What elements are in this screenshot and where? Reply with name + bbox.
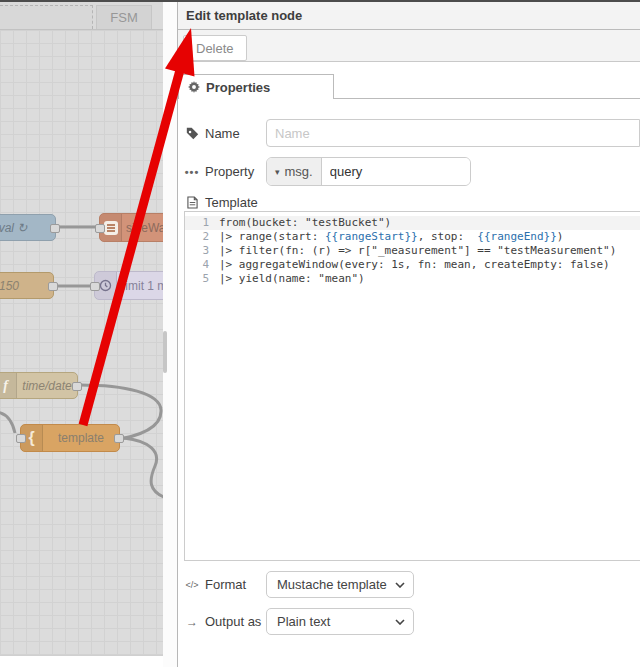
node-port-in: [16, 434, 26, 443]
code-text: from(bucket: "testBucket"): [219, 216, 391, 230]
tag-icon: [185, 127, 199, 140]
node-port-out: [50, 224, 60, 233]
property-label: ••• Property: [185, 157, 254, 186]
node-label: terval ↻: [0, 221, 55, 235]
workspace-tab: [0, 5, 93, 29]
flow-node-interval: terval ↻: [0, 214, 56, 241]
flow-node-template: {template: [20, 424, 120, 452]
node-label: template: [43, 431, 119, 445]
node-label: sineWave: [122, 221, 163, 235]
tray-title: Edit template node: [178, 2, 640, 30]
property-input-group: ▾ msg.: [266, 157, 471, 186]
canvas-scrollbar-thumb[interactable]: [163, 331, 167, 373]
flow-node-sinewave: sineWave: [99, 213, 163, 242]
code-line: 5|> yield(name: "mean"): [185, 272, 640, 286]
window-top-edge: [0, 0, 640, 2]
line-number: 2: [185, 230, 219, 244]
chevron-down-icon: [395, 582, 405, 588]
node-label: limit 1 ms: [117, 279, 163, 293]
property-type-dropdown[interactable]: ▾ msg.: [267, 158, 322, 185]
tab-properties-label: Properties: [206, 80, 270, 95]
chevron-down-icon: [395, 619, 405, 625]
canvas-grid: [0, 30, 163, 655]
tab-properties[interactable]: Properties: [178, 74, 334, 99]
line-number: 4: [185, 258, 219, 272]
arrow-right-icon: →: [185, 615, 199, 629]
name-input[interactable]: [266, 119, 640, 147]
flow-node-s150: s-150: [0, 272, 54, 299]
delete-button[interactable]: Delete: [183, 35, 247, 61]
code-line: 3|> filter(fn: (r) => r["_measurement"] …: [185, 244, 640, 258]
canvas-footer: [0, 655, 163, 667]
line-number: 3: [185, 244, 219, 258]
line-number: 5: [185, 272, 219, 286]
f-icon: f: [0, 373, 17, 398]
line-number: 1: [185, 216, 219, 230]
code-line: 2|> range(start: {{rangeStart}}, stop: {…: [185, 230, 640, 244]
gear-icon: [188, 81, 200, 93]
code-line: 1from(bucket: "testBucket"): [185, 216, 640, 230]
tabstrip-rule: [334, 98, 640, 99]
ellipsis-icon: •••: [185, 166, 199, 178]
flow-node-timedate: ftime/date: [0, 372, 78, 399]
node-label: time/date: [17, 379, 77, 393]
workspace-tab-fsm: FSM: [96, 5, 152, 29]
flow-node-limit: limit 1 ms: [94, 271, 163, 300]
property-value-input[interactable]: [322, 158, 470, 185]
output-as-label: → Output as: [185, 608, 261, 635]
name-label: Name: [185, 119, 240, 147]
format-select[interactable]: Mustache template: [266, 571, 414, 598]
code-line: 4|> aggregateWindow(every: 1s, fn: mean,…: [185, 258, 640, 272]
edit-node-tray: Edit template node Delete Properties Nam…: [177, 0, 640, 667]
code-icon: </>: [185, 580, 199, 590]
template-label: Template: [185, 194, 258, 210]
code-text: |> range(start: {{rangeStart}}, stop: {{…: [219, 230, 563, 244]
node-port-in: [90, 282, 100, 291]
code-text: |> yield(name: "mean"): [219, 272, 365, 286]
tray-tabstrip: Properties: [178, 62, 640, 99]
workspace-tabbar: FSM: [0, 2, 163, 30]
tray-toolbar: Delete: [178, 30, 640, 62]
code-text: |> filter(fn: (r) => r["_measurement"] =…: [219, 244, 616, 258]
node-port-out: [114, 434, 124, 443]
flow-canvas: FSM terval ↻sineWaves-150limit 1 msftime…: [0, 0, 163, 667]
format-label: </> Format: [185, 571, 246, 598]
code-text: |> aggregateWindow(every: 1s, fn: mean, …: [219, 258, 610, 272]
template-code-editor[interactable]: 1from(bucket: "testBucket")2|> range(sta…: [184, 211, 640, 561]
node-port-out: [72, 382, 82, 391]
node-port-in: [95, 224, 105, 233]
node-port-out: [48, 282, 58, 291]
node-label: s-150: [0, 279, 53, 293]
caret-down-icon: ▾: [275, 167, 280, 177]
output-as-select[interactable]: Plain text: [266, 608, 414, 635]
template-file-icon: [185, 196, 199, 209]
